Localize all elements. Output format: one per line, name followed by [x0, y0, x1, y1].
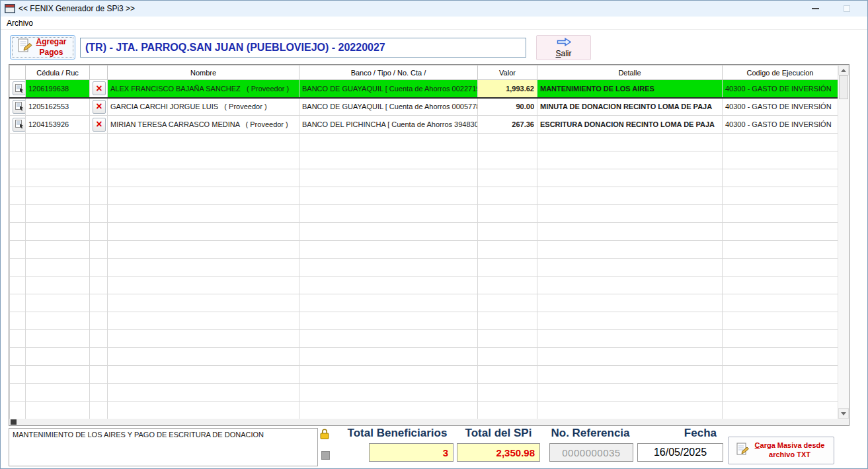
row-edit-button[interactable]: [13, 100, 26, 114]
row-edit-cell: [10, 330, 26, 348]
vertical-scroll-thumb[interactable]: [839, 75, 848, 99]
nombre-cell: [108, 384, 299, 402]
banco-cell: [299, 241, 478, 259]
nombre-cell: [108, 330, 299, 348]
vertical-scrollbar[interactable]: [838, 65, 849, 419]
codigo-cell: [723, 402, 838, 419]
nombre-cell: [108, 312, 299, 330]
cedula-cell: [26, 134, 90, 151]
header-delete-column: [90, 65, 108, 80]
batch-title-input[interactable]: [80, 38, 526, 58]
codigo-cell: [723, 259, 838, 277]
row-delete-cell: [90, 259, 108, 277]
row-edit-cell: [10, 259, 26, 277]
carga-masiva-button[interactable]: Carga Masiva desde archivo TXT: [728, 437, 834, 464]
row-delete-cell: [90, 294, 108, 312]
header-detalle[interactable]: Detalle: [537, 65, 723, 80]
header-banco[interactable]: Banco / Tipo / No. Cta /: [299, 65, 478, 80]
table-row: [10, 151, 838, 169]
banco-cell: [299, 312, 478, 330]
cedula-cell: [26, 348, 90, 366]
row-edit-button[interactable]: [13, 118, 26, 132]
row-edit-cell: [10, 223, 26, 241]
close-button[interactable]: [838, 3, 855, 15]
banco-cell: BANCO DE GUAYAQUIL [ Cuenta de Ahorros 0…: [299, 80, 478, 98]
row-delete-button[interactable]: ×: [93, 100, 106, 114]
add-payments-icon: [18, 38, 32, 56]
nombre-cell: GARCIA CARCHI JORGUE LUIS ( Proveedor ): [108, 98, 299, 116]
table-row: [10, 205, 838, 223]
minimize-button[interactable]: [807, 3, 824, 15]
referencia-label: No. Referencia: [547, 427, 634, 440]
nombre-cell: [108, 134, 299, 151]
valor-cell: [478, 312, 537, 330]
table-row[interactable]: 1204153926×MIRIAN TERESA CARRASCO MEDINA…: [10, 116, 838, 134]
codigo-cell: [723, 241, 838, 259]
row-edit-cell: [10, 205, 26, 223]
detalle-cell: [537, 151, 723, 169]
scroll-down-icon[interactable]: [838, 408, 849, 419]
horizontal-scroll-thumb[interactable]: [11, 419, 17, 425]
table-row: [10, 134, 838, 151]
row-delete-cell: [90, 312, 108, 330]
observation-textarea[interactable]: MANTENIMIENTO DE LOS AIRES Y PAGO DE ESC…: [9, 428, 318, 466]
row-edit-cell: [10, 187, 26, 205]
cedula-cell: [26, 151, 90, 169]
table-row: [10, 187, 838, 205]
codigo-cell: [723, 384, 838, 402]
nombre-cell: [108, 205, 299, 223]
agregar-pagos-button[interactable]: Agregar Pagos: [10, 35, 75, 60]
scroll-track[interactable]: [838, 99, 849, 408]
row-edit-button[interactable]: [13, 81, 26, 95]
scrollbar-corner: [838, 419, 849, 425]
row-delete-button[interactable]: ×: [93, 81, 106, 95]
valor-cell: [478, 223, 537, 241]
row-delete-cell: [90, 330, 108, 348]
codigo-cell: 40300 - GASTO DE INVERSIÓN: [723, 116, 838, 134]
cedula-cell: [26, 294, 90, 312]
detalle-cell: [537, 134, 723, 151]
detalle-cell: [537, 384, 723, 402]
banco-cell: [299, 330, 478, 348]
table-row: [10, 384, 838, 402]
header-codigo[interactable]: Codigo de Ejecucion: [723, 65, 838, 80]
menu-archivo[interactable]: Archivo: [1, 17, 39, 29]
row-edit-cell: [10, 116, 26, 134]
salir-button[interactable]: Salir: [536, 35, 591, 60]
codigo-cell: 40300 - GASTO DE INVERSIÓN: [723, 98, 838, 116]
row-edit-cell: [10, 80, 26, 98]
cedula-cell: [26, 205, 90, 223]
codigo-cell: [723, 223, 838, 241]
scroll-up-icon[interactable]: [838, 65, 849, 75]
nombre-cell: [108, 277, 299, 294]
valor-cell: [478, 366, 537, 384]
window-title: << FENIX Generador de SPi3 >>: [19, 4, 135, 13]
minimize-icon: [812, 8, 819, 9]
valor-cell: [478, 384, 537, 402]
banco-cell: BANCO DE GUAYAQUIL [ Cuenta de Ahorros 0…: [299, 98, 478, 116]
detalle-cell: [537, 241, 723, 259]
row-delete-button[interactable]: ×: [93, 118, 106, 132]
header-nombre[interactable]: Nombre: [108, 65, 299, 80]
cedula-cell: [26, 384, 90, 402]
valor-cell: 1,993.62: [478, 80, 537, 98]
horizontal-scrollbar[interactable]: [9, 419, 838, 425]
lock-icon: [320, 429, 329, 442]
cedula-cell: [26, 241, 90, 259]
valor-cell: [478, 134, 537, 151]
cedula-cell: 1205162553: [26, 98, 90, 116]
table-row: [10, 348, 838, 366]
row-delete-cell: [90, 348, 108, 366]
nombre-cell: [108, 402, 299, 419]
table-row[interactable]: 1205162553×GARCIA CARCHI JORGUE LUIS ( P…: [10, 98, 838, 116]
cedula-cell: [26, 402, 90, 419]
banco-cell: BANCO DEL PICHINCHA [ Cuenta de Ahorros …: [299, 116, 478, 134]
fecha-value[interactable]: [637, 443, 723, 462]
nombre-cell: [108, 294, 299, 312]
cedula-cell: [26, 366, 90, 384]
codigo-cell: [723, 134, 838, 151]
nombre-cell: ALEX FRANCISCO BAJAÑA SANCHEZ ( Proveedo…: [108, 80, 299, 98]
header-valor[interactable]: Valor: [478, 65, 537, 80]
header-cedula[interactable]: Cédula / Ruc: [26, 65, 90, 80]
table-row[interactable]: 1206199638×ALEX FRANCISCO BAJAÑA SANCHEZ…: [10, 80, 838, 98]
